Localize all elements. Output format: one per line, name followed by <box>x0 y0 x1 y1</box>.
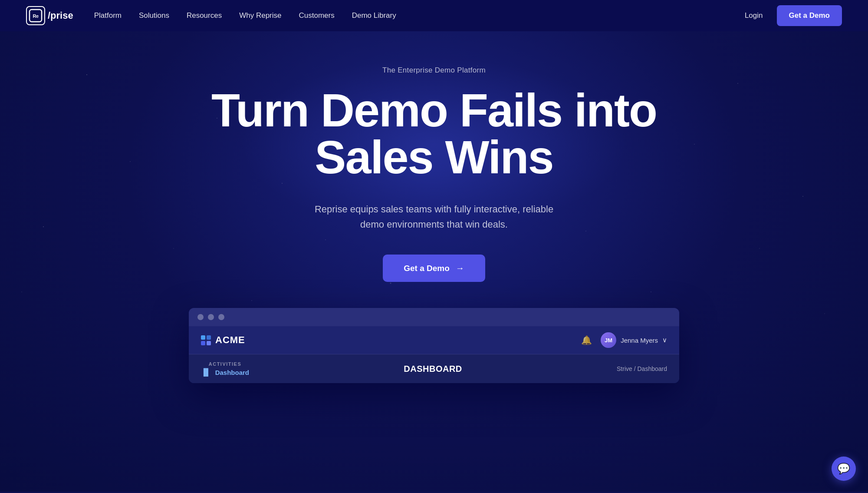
get-demo-hero-button[interactable]: Get a Demo → <box>383 255 485 282</box>
bar-chart-icon: ▐▌ <box>201 368 211 376</box>
nav-links: Platform Solutions Resources Why Reprise… <box>94 11 396 20</box>
acme-logo: ACME <box>201 334 245 346</box>
acme-square-violet <box>207 341 211 345</box>
acme-square-purple <box>201 341 205 345</box>
breadcrumb: Strive / Dashboard <box>617 365 667 372</box>
user-name: Jenna Myers <box>621 337 658 344</box>
nav-right: Login Get a Demo <box>745 5 842 26</box>
titlebar-dot-green <box>218 314 224 320</box>
nav-item-why-reprise[interactable]: Why Reprise <box>239 11 281 20</box>
dashboard-item-label: Dashboard <box>215 369 249 376</box>
titlebar-dot-red <box>197 314 204 320</box>
demo-app-right: 🔔 JM Jenna Myers ∨ <box>581 332 667 348</box>
demo-content-bar: ACTIVITIES ▐▌ Dashboard DASHBOARD Strive… <box>189 354 679 383</box>
hero-title: Turn Demo Fails into Sales Wins <box>211 87 657 181</box>
acme-square-dark-blue <box>207 335 211 340</box>
hero-title-line2: Sales Wins <box>315 131 553 183</box>
logo-icon: Re <box>26 6 45 25</box>
acme-logo-icon <box>201 335 211 345</box>
get-demo-nav-button[interactable]: Get a Demo <box>777 5 842 26</box>
bell-icon: 🔔 <box>581 335 592 345</box>
dashboard-nav-item[interactable]: ▐▌ Dashboard <box>201 368 249 376</box>
user-chevron-icon: ∨ <box>662 336 667 344</box>
avatar: JM <box>601 332 616 348</box>
demo-app-bar: ACME 🔔 JM Jenna Myers ∨ <box>189 326 679 354</box>
nav-item-platform[interactable]: Platform <box>94 11 122 20</box>
get-demo-hero-label: Get a Demo <box>404 264 450 273</box>
chat-bubble-button[interactable]: 💬 <box>832 457 856 481</box>
activities-section: ACTIVITIES ▐▌ Dashboard <box>201 361 249 376</box>
acme-name: ACME <box>215 334 245 346</box>
chat-icon: 💬 <box>837 463 850 475</box>
hero-title-line1: Turn Demo Fails into <box>211 84 657 136</box>
logo[interactable]: Re /prise <box>26 6 73 25</box>
hero-description: Reprise equips sales teams with fully in… <box>304 202 564 232</box>
titlebar-dot-yellow <box>208 314 214 320</box>
svg-text:Re: Re <box>33 13 38 19</box>
nav-left: Re /prise Platform Solutions Resources W… <box>26 6 396 25</box>
nav-item-demo-library[interactable]: Demo Library <box>352 11 396 20</box>
nav-item-resources[interactable]: Resources <box>187 11 222 20</box>
hero-subtitle: The Enterprise Demo Platform <box>382 66 486 75</box>
demo-window: ACME 🔔 JM Jenna Myers ∨ ACTIVITIES ▐▌ Da… <box>189 308 679 383</box>
acme-square-blue <box>201 335 205 340</box>
arrow-icon: → <box>456 263 464 273</box>
hero-section: The Enterprise Demo Platform Turn Demo F… <box>0 31 868 492</box>
user-info: JM Jenna Myers ∨ <box>601 332 667 348</box>
navigation: Re /prise Platform Solutions Resources W… <box>0 0 868 31</box>
demo-titlebar <box>189 308 679 326</box>
dashboard-title: DASHBOARD <box>404 364 462 374</box>
nav-item-solutions[interactable]: Solutions <box>139 11 169 20</box>
activities-label: ACTIVITIES <box>201 361 249 367</box>
nav-item-customers[interactable]: Customers <box>299 11 335 20</box>
login-link[interactable]: Login <box>745 11 763 20</box>
logo-text: /prise <box>48 10 73 21</box>
